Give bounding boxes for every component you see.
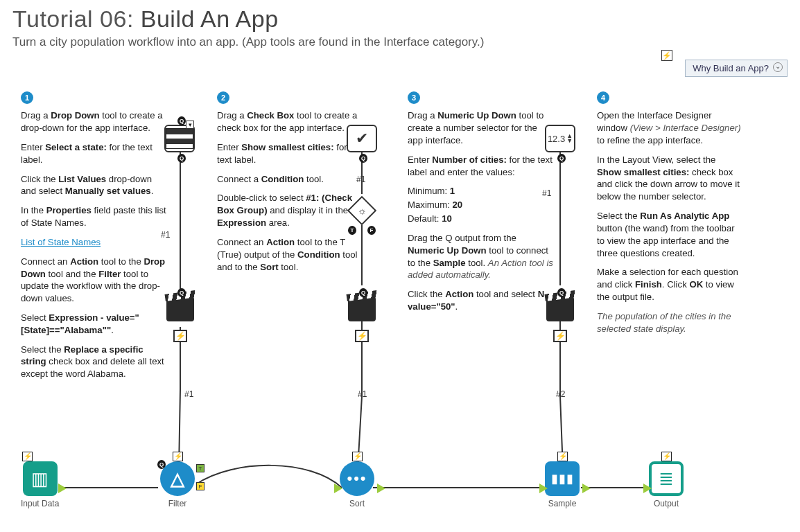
filter-icon: △ bbox=[171, 468, 184, 490]
flow-arrow-icon bbox=[582, 484, 591, 493]
checkbox-tool-icon[interactable]: ✔ bbox=[347, 125, 377, 152]
action-tool-icon[interactable] bbox=[348, 296, 376, 321]
numeric-updown-tool-icon[interactable]: 12.3▲▼ bbox=[545, 125, 575, 152]
flow-arrow-icon bbox=[377, 484, 385, 493]
t-port: T bbox=[348, 226, 356, 235]
page-subtitle: Turn a city population workflow into an … bbox=[12, 35, 788, 49]
flow-arrow-icon bbox=[58, 484, 67, 493]
q-port: Q bbox=[557, 154, 566, 163]
book-icon: ▥ bbox=[31, 468, 49, 490]
flow-arrow-icon bbox=[539, 484, 548, 493]
lightning-icon: ⚡ bbox=[173, 330, 187, 342]
step-2-text: 2 Drag a Check Box tool to create a chec… bbox=[217, 91, 363, 280]
document-icon: ≣ bbox=[659, 468, 674, 490]
title-main: Build An App bbox=[141, 6, 279, 32]
step-1-text: 1 Drag a Drop Down tool to create a drop… bbox=[21, 91, 166, 387]
sort-icon: ••• bbox=[347, 470, 367, 488]
flow-arrow-icon bbox=[643, 484, 652, 493]
q-port: Q bbox=[177, 288, 186, 297]
q-port: Q bbox=[557, 288, 566, 297]
q-port: Q bbox=[177, 116, 186, 125]
port-label-1: #1 bbox=[184, 389, 193, 399]
lightning-icon: ⚡ bbox=[355, 330, 369, 342]
sort-tool[interactable]: ⚡ ••• Sort bbox=[340, 461, 374, 508]
port-label-1: #1 bbox=[161, 230, 170, 240]
flow-arrow-icon bbox=[334, 484, 342, 493]
action-tool-icon[interactable] bbox=[166, 296, 194, 321]
sample-tool[interactable]: ⚡ ▮▮▮ Sample bbox=[545, 461, 580, 508]
page-title: Tutorial 06: Build An App bbox=[12, 6, 788, 33]
step-badge-2: 2 bbox=[217, 91, 229, 104]
step-badge-4: 4 bbox=[597, 91, 609, 104]
action-tool-icon[interactable] bbox=[546, 296, 574, 321]
input-data-tool[interactable]: ⚡ ▥ Input Data bbox=[21, 461, 59, 508]
lightning-icon: ⚡ bbox=[553, 330, 567, 342]
step-4-text: 4 Open the Interface Designer window (Vi… bbox=[597, 91, 742, 342]
title-prefix: Tutorial 06: bbox=[12, 6, 134, 32]
output-tool[interactable]: ⚡ ≣ Output bbox=[649, 461, 684, 508]
q-port: Q bbox=[359, 288, 367, 297]
filter-tool[interactable]: Q ⚡ △ Filter T F bbox=[160, 461, 195, 508]
workflow-canvas: 1 Drag a Drop Down tool to create a drop… bbox=[12, 91, 788, 526]
q-port: Q bbox=[359, 154, 367, 163]
port-label-1: #1 bbox=[358, 389, 367, 399]
condition-tool-icon[interactable]: ☼ bbox=[348, 197, 376, 224]
why-build-app-button[interactable]: Why Build an App? bbox=[685, 60, 788, 77]
analytic-app-icon: ⚡ bbox=[661, 50, 672, 61]
state-names-link[interactable]: List of State Names bbox=[21, 237, 101, 247]
page-header: Tutorial 06: Build An App Turn a city po… bbox=[0, 0, 800, 52]
port-label-1: #1 bbox=[542, 188, 551, 198]
q-port: Q bbox=[177, 154, 186, 163]
dropdown-tool-icon[interactable] bbox=[164, 125, 195, 152]
step-badge-3: 3 bbox=[408, 91, 420, 104]
port-label-2: #2 bbox=[556, 389, 565, 399]
step-3-text: 3 Drag a Numeric Up Down tool to create … bbox=[408, 91, 553, 320]
port-label-1: #1 bbox=[356, 175, 365, 184]
f-port: F bbox=[367, 226, 376, 235]
step-badge-1: 1 bbox=[21, 91, 33, 104]
sample-icon: ▮▮▮ bbox=[551, 471, 574, 486]
